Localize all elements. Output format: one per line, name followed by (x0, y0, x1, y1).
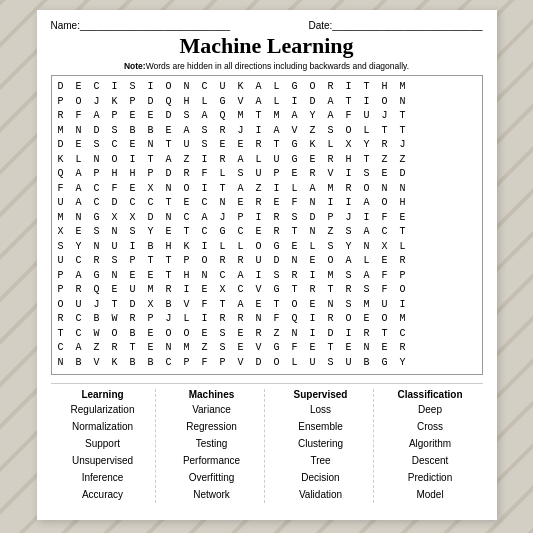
word-item: Overfitting (189, 469, 235, 486)
word-col-0: LearningRegularizationNormalizationSuppo… (51, 389, 156, 503)
col-header-3: Classification (397, 389, 462, 400)
grid-row: R F A P E E D S A Q M T M A Y A F U J T (58, 109, 476, 124)
grid-row: N B V K B B C P F P V D O L U S U B G Y (58, 356, 476, 371)
grid-row: Q A P H H P D R F L S U P E R V I S E D (58, 167, 476, 182)
name-label: Name:___________________________ (51, 20, 231, 31)
grid-row: M N D S B B E A S R J I A V Z S O L T T (58, 124, 476, 139)
col-header-2: Supervised (294, 389, 348, 400)
grid-row: U A C D C C T E C N E R E F N I I A O H (58, 196, 476, 211)
grid-row: C A Z R T E N M Z S E V G F E T E N E R (58, 341, 476, 356)
grid-row: O U J T D X B V F T A E T O E N S M U I (58, 298, 476, 313)
word-item: Cross (417, 418, 443, 435)
grid-row: X E S N S Y E T C G C E R T N Z S A C T (58, 225, 476, 240)
col-header-1: Machines (189, 389, 235, 400)
word-item: Model (416, 486, 443, 503)
word-item: Variance (192, 401, 231, 418)
word-item: Tree (310, 452, 330, 469)
grid-row: T C W O B E O O E S E R Z N I D I R T C (58, 327, 476, 342)
word-item: Inference (82, 469, 124, 486)
grid-row: F A C F E X N O I T A Z I L A M R O N N (58, 182, 476, 197)
grid-row: P A G N E E T H N C A I S R I M S A F P (58, 269, 476, 284)
word-item: Support (85, 435, 120, 452)
grid-row: P O J K P D Q H L G V A L I D A T I O N (58, 95, 476, 110)
word-col-3: ClassificationDeepCrossAlgorithmDescentP… (378, 389, 483, 503)
page-title: Machine Learning (51, 33, 483, 59)
grid-row: K L N O I T A Z I R A L U G E R H T Z Z (58, 153, 476, 168)
date-label: Date:___________________________ (308, 20, 482, 31)
note-text: Note:Words are hidden in all directions … (51, 61, 483, 71)
col-header-0: Learning (81, 389, 123, 400)
grid-row: D E C I S I O N C U K A L G O R I T H M (58, 80, 476, 95)
word-search-grid: D E C I S I O N C U K A L G O R I T H MP… (51, 75, 483, 375)
grid-row: P R Q E U M R I E X C V G T R T R S F O (58, 283, 476, 298)
grid-row: M N G X X D N C A J P I R S D P J I F E (58, 211, 476, 226)
word-item: Regularization (71, 401, 135, 418)
word-item: Accuracy (82, 486, 123, 503)
word-col-2: SupervisedLossEnsembleClusteringTreeDeci… (269, 389, 374, 503)
word-item: Loss (310, 401, 331, 418)
word-item: Validation (299, 486, 342, 503)
word-item: Regression (186, 418, 237, 435)
word-col-1: MachinesVarianceRegressionTestingPerform… (160, 389, 265, 503)
word-item: Clustering (298, 435, 343, 452)
grid-row: R C B W R P J L I R R N F Q I R O E O M (58, 312, 476, 327)
word-item: Unsupervised (72, 452, 133, 469)
word-item: Normalization (72, 418, 133, 435)
word-item: Performance (183, 452, 240, 469)
word-item: Deep (418, 401, 442, 418)
grid-row: D E S C E N T U S E E R T G K L X Y R J (58, 138, 476, 153)
word-item: Descent (412, 452, 449, 469)
word-item: Algorithm (409, 435, 451, 452)
word-item: Network (193, 486, 230, 503)
header-row: Name:___________________________ Date:__… (51, 20, 483, 31)
grid-row: S Y N U I B H K I L L O G E L S Y N X L (58, 240, 476, 255)
word-item: Ensemble (298, 418, 342, 435)
word-list: LearningRegularizationNormalizationSuppo… (51, 383, 483, 503)
word-item: Prediction (408, 469, 452, 486)
word-item: Decision (301, 469, 339, 486)
word-item: Testing (196, 435, 228, 452)
grid-row: U C R S P T T P O R R U D N E O A L E R (58, 254, 476, 269)
